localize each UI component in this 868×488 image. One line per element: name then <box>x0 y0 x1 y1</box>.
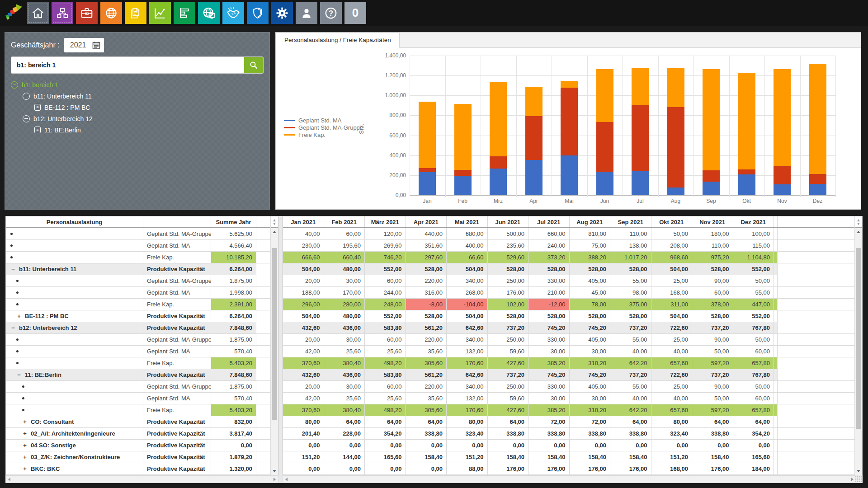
column-header-apr-2021: Apr 2021 <box>406 216 447 227</box>
row-filler-cell <box>256 240 270 251</box>
tab-personalauslastung[interactable]: Personalauslastung / Freie Kapazitäten <box>276 33 400 48</box>
month-value-cell: 59,60 <box>488 393 529 404</box>
toolbar-security-button[interactable] <box>247 2 269 24</box>
right-table-vertical-scrollbar[interactable] <box>854 216 862 475</box>
right-scroll-down-button[interactable] <box>855 467 862 475</box>
toolbar-home-button[interactable] <box>27 2 49 24</box>
month-value-cell: 310,20 <box>570 404 611 416</box>
question-icon: ? <box>324 6 338 20</box>
tree-item-b11[interactable]: b11: Unterbereich 11 <box>11 90 264 102</box>
left-scroll-up-button[interactable] <box>271 228 278 236</box>
bar-segment-nov <box>774 69 791 166</box>
row-edge-cell <box>774 369 778 380</box>
leaf-node-icon[interactable] <box>34 127 41 133</box>
table-row[interactable]: −11: BE:BerlinProduktive Kapazität7.848,… <box>6 369 270 381</box>
collapse-icon[interactable] <box>23 93 30 100</box>
table-row[interactable]: +BKC: BKCProduktive Kapazität1.320,00 <box>6 463 270 475</box>
month-value-cell: 88,00 <box>447 463 488 474</box>
month-value-cell: 504,00 <box>651 263 693 275</box>
table-row[interactable]: −b12: Unterbereich 12Produktive Kapazitä… <box>6 322 270 334</box>
calendar-icon[interactable] <box>92 41 100 49</box>
toolbar-international-button[interactable] <box>100 2 122 24</box>
toolbar-reports-button[interactable] <box>174 2 195 24</box>
tree-item-be-112[interactable]: BE-112 : PM BC <box>11 102 264 113</box>
tree-item-11[interactable]: 11: BE:Berlin <box>11 124 264 136</box>
tree-item-b12[interactable]: b12: Unterbereich 12 <box>11 113 264 124</box>
collapse-marker[interactable]: − <box>10 324 16 331</box>
left-table-sort-arrows[interactable] <box>271 216 278 228</box>
expand-marker[interactable]: + <box>22 442 28 449</box>
search-button[interactable] <box>244 57 263 73</box>
row-total-cell: 4.566,40 <box>211 240 256 251</box>
left-scroll-down-button[interactable] <box>271 467 278 475</box>
toolbar-analytics-button[interactable] <box>149 2 171 24</box>
table-row[interactable]: +BE-112 : PM BCProduktive Kapazität6.264… <box>6 310 270 322</box>
month-value-cell: 60,00 <box>324 228 365 239</box>
row-measure-cell: Geplant Std. MA-Gruppe <box>143 275 211 286</box>
toolbar-notifications-button[interactable]: 0 <box>344 2 366 24</box>
tree-item-label: b11: Unterbereich 11 <box>33 93 92 100</box>
expand-marker[interactable]: + <box>22 418 28 425</box>
fiscal-year-input[interactable] <box>68 41 89 49</box>
right-hscroll-right-arrow[interactable] <box>851 478 854 481</box>
x-axis-label-mrz: Mrz <box>481 198 516 204</box>
month-value-cell: 305,60 <box>406 404 447 416</box>
toolbar-projects-button[interactable] <box>76 2 98 24</box>
bar-segment-sep <box>703 170 720 181</box>
bar-segment-sep <box>703 69 720 171</box>
row-total-cell: 3.817,40 <box>211 428 256 439</box>
month-value-cell: 340,00 <box>447 275 488 286</box>
table-row[interactable]: +04 SO: SonstigeProduktive Kapazität0,00 <box>6 440 270 451</box>
collapse-icon[interactable] <box>11 81 18 89</box>
right-table-sort-arrows[interactable] <box>855 216 862 228</box>
right-scroll-thumb[interactable] <box>856 248 861 429</box>
table-row[interactable]: −b11: Unterbereich 11Produktive Kapazitä… <box>6 263 270 275</box>
left-scroll-thumb[interactable] <box>272 248 277 420</box>
table-row-months: 504,00480,00552,00528,00504,00528,00528,… <box>283 263 854 275</box>
toolbar-help-button[interactable]: ? <box>320 2 342 24</box>
expand-marker[interactable]: + <box>22 454 28 460</box>
toolbar-user-button[interactable] <box>296 2 317 24</box>
expand-marker[interactable]: + <box>16 313 22 319</box>
table-row[interactable]: +02_A/I: Architekten/IngenieureProduktiv… <box>6 428 270 440</box>
toolbar-organization-button[interactable] <box>52 2 73 24</box>
collapse-marker[interactable]: − <box>10 266 16 272</box>
row-name-cell: +BKC: BKC <box>6 463 143 474</box>
leaf-node-icon[interactable] <box>34 104 41 111</box>
row-edge-cell <box>774 299 778 310</box>
month-value-cell: 330,00 <box>528 381 570 392</box>
toolbar-web-monitoring-button[interactable] <box>198 2 220 24</box>
app-logo[interactable] <box>0 0 26 26</box>
left-table-vertical-scrollbar[interactable] <box>270 216 278 475</box>
month-value-cell: 323,40 <box>651 428 693 439</box>
collapse-icon[interactable] <box>23 115 30 122</box>
toolbar-documents-button[interactable] <box>125 2 146 24</box>
row-filler-cell <box>778 275 854 286</box>
month-value-cell: 248,00 <box>365 299 406 310</box>
left-table-horizontal-scrollbar[interactable] <box>5 475 278 483</box>
expand-marker[interactable]: + <box>22 430 28 437</box>
left-hscroll-left-arrow[interactable] <box>8 478 10 481</box>
left-hscroll-right-arrow[interactable] <box>274 478 276 481</box>
month-value-cell: 338,80 <box>488 428 529 439</box>
column-header-personalauslastung: Personalauslastung <box>6 216 143 227</box>
toolbar-settings-button[interactable] <box>271 2 293 24</box>
org-search-input[interactable] <box>11 56 264 74</box>
collapse-marker[interactable]: − <box>16 371 22 378</box>
month-value-cell: 975,20 <box>692 252 733 263</box>
row-name-cell <box>6 404 143 416</box>
table-row[interactable]: +03_Z/K: Zeichner/KonstrukteureProduktiv… <box>6 451 270 463</box>
row-filler-cell <box>256 404 270 416</box>
expand-marker[interactable]: + <box>22 465 28 472</box>
right-table-horizontal-scrollbar[interactable] <box>283 475 863 483</box>
month-value-cell: 75,00 <box>570 240 611 251</box>
toolbar-partners-button[interactable] <box>222 2 244 24</box>
month-value-cell: 642,20 <box>610 404 651 416</box>
right-scroll-up-button[interactable] <box>855 228 862 236</box>
tree-item-b1[interactable]: b1: bereich 1 <box>11 79 264 90</box>
table-row: Geplant Std. MA1.998,00 <box>6 287 270 299</box>
resize-grip[interactable] <box>855 475 863 483</box>
x-axis-label-okt: Okt <box>729 198 764 204</box>
right-hscroll-left-arrow[interactable] <box>285 478 288 481</box>
table-row[interactable]: +CO: ConsultantProduktive Kapazität832,0… <box>6 416 270 428</box>
